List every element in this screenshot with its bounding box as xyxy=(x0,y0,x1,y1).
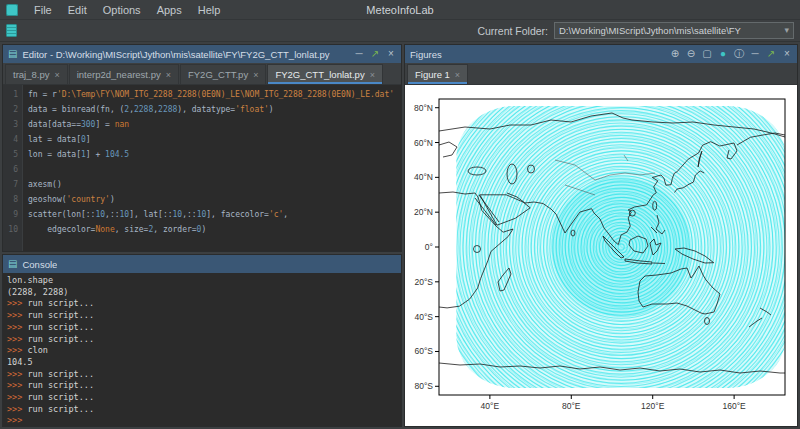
zoom-out-icon[interactable]: ⊖ xyxy=(686,49,696,59)
code-line: lat = data[0] xyxy=(28,132,401,147)
editor-tab-fy2g-ctt[interactable]: FY2G_CTT.py × xyxy=(180,64,266,84)
line-number: 3 xyxy=(3,117,18,132)
close-icon[interactable]: × xyxy=(166,70,171,80)
close-icon[interactable]: × xyxy=(782,49,792,59)
close-icon[interactable]: × xyxy=(455,70,460,80)
console-line: >>> run script... xyxy=(7,380,397,392)
tab-label: interp2d_nearest.py xyxy=(77,69,161,80)
console-panel: ▤ Console lon.shape(2288, 2288)>>> run s… xyxy=(2,254,402,427)
console-line: 104.5 xyxy=(7,357,397,369)
line-number: 5 xyxy=(3,147,18,162)
tab-label: FY2G_CTT.py xyxy=(188,69,248,80)
satellite-scatter-disk xyxy=(405,85,800,429)
y-tick-label: 0° xyxy=(425,242,433,252)
menu-file[interactable]: File xyxy=(26,4,60,16)
y-tick-label: 80°N xyxy=(414,103,433,113)
console-line: >>> run script... xyxy=(7,310,397,322)
left-column: ▤ Editor - D:\Working\MIScript\Jython\mi… xyxy=(2,44,402,427)
y-tick-label: 80°S xyxy=(414,381,433,391)
tab-label: Figure 1 xyxy=(415,69,450,80)
animation-icon[interactable]: ● xyxy=(718,49,728,59)
editor-titlebar[interactable]: ▤ Editor - D:\Working\MIScript\Jython\mi… xyxy=(3,45,401,63)
console-line: >>> run script... xyxy=(7,404,397,416)
application-window: File Edit Options Apps Help MeteoInfoLab… xyxy=(0,0,800,429)
tab-label: FY2G_CTT_lonlat.py xyxy=(275,69,364,80)
figure-1-tab[interactable]: Figure 1 × xyxy=(407,64,468,84)
code-line: edgecolor=None, size=2, zorder=0) xyxy=(28,222,401,237)
console-line: >>> clon xyxy=(7,345,397,357)
console-line: >>> run script... xyxy=(7,334,397,346)
x-tick-label: 80°E xyxy=(562,401,581,411)
menu-edit[interactable]: Edit xyxy=(60,4,95,16)
current-folder-combobox[interactable]: D:\Working\MIScript\Jython\mis\satellite… xyxy=(554,22,794,39)
figures-titlebar-buttons: ⊕ ⊖ ▢ ● ⓘ ─ ↗ × xyxy=(670,49,792,59)
full-extent-icon[interactable]: ▢ xyxy=(702,49,712,59)
line-number-gutter: 12345678910 xyxy=(3,85,23,251)
console-line: >>> run script... xyxy=(7,369,397,381)
line-number: 6 xyxy=(3,162,18,177)
float-icon[interactable]: ↗ xyxy=(766,49,776,59)
new-script-icon[interactable] xyxy=(6,24,17,37)
main-area: ▤ Editor - D:\Working\MIScript\Jython\mi… xyxy=(0,42,800,429)
figures-title: Figures xyxy=(410,49,442,60)
console-title: Console xyxy=(22,259,57,270)
console-line: >>> run script... xyxy=(7,298,397,310)
close-icon[interactable]: × xyxy=(253,70,258,80)
editor-tab-interp2d-nearest[interactable]: interp2d_nearest.py × xyxy=(69,64,179,84)
figures-tabbar: Figure 1 × xyxy=(405,63,797,85)
console-line: >>> xyxy=(7,415,397,426)
editor-tab-fy2g-ctt-lonlat[interactable]: FY2G_CTT_lonlat.py × xyxy=(267,64,383,84)
line-number: 9 xyxy=(3,207,18,222)
x-tick-label: 40°E xyxy=(481,401,500,411)
float-icon[interactable]: ↗ xyxy=(370,49,380,59)
console-line: lon.shape xyxy=(7,275,397,287)
code-text[interactable]: fn = r'D:\Temp\FY\NOM_ITG_2288_2288(0E0N… xyxy=(23,85,401,251)
minimize-icon[interactable]: ─ xyxy=(750,49,760,59)
console-panel-icon: ▤ xyxy=(8,259,17,269)
y-tick-label: 20°N xyxy=(414,207,433,217)
current-folder-label: Current Folder: xyxy=(477,25,548,37)
code-line: axesm() xyxy=(28,177,401,192)
editor-panel-icon: ▤ xyxy=(8,49,17,59)
menu-apps[interactable]: Apps xyxy=(149,4,190,16)
identify-icon[interactable]: ⓘ xyxy=(734,49,744,59)
editor-title: Editor - D:\Working\MIScript\Jython\mis\… xyxy=(22,49,329,60)
chevron-down-icon[interactable]: ▾ xyxy=(784,26,789,35)
x-tick-label: 120°E xyxy=(641,401,665,411)
x-tick-label: 160°E xyxy=(722,401,746,411)
close-icon[interactable]: × xyxy=(54,70,59,80)
map-plot: 40°E80°E120°E160°E80°N60°N40°N20°N0°20°S… xyxy=(405,85,800,429)
console-line: >>> run script... xyxy=(7,392,397,404)
console-line: >>> run script... xyxy=(7,322,397,334)
code-editor[interactable]: 12345678910 fn = r'D:\Temp\FY\NOM_ITG_22… xyxy=(3,85,401,251)
y-tick-label: 40°N xyxy=(414,172,433,182)
line-number: 8 xyxy=(3,192,18,207)
code-line: data = binread(fn, (2,2288,2288), dataty… xyxy=(28,102,401,117)
editor-tabbar: traj_8.py × interp2d_nearest.py × FY2G_C… xyxy=(3,63,401,85)
line-number: 10 xyxy=(3,222,18,237)
line-number: 1 xyxy=(3,87,18,102)
current-folder-value: D:\Working\MIScript\Jython\mis\satellite… xyxy=(559,25,780,36)
tab-label: traj_8.py xyxy=(13,69,49,80)
minimize-icon[interactable]: ─ xyxy=(354,49,364,59)
editor-tab-traj-8[interactable]: traj_8.py × xyxy=(5,64,68,84)
toolbar: Current Folder: D:\Working\MIScript\Jyth… xyxy=(0,20,800,42)
zoom-in-icon[interactable]: ⊕ xyxy=(670,49,680,59)
y-tick-label: 40°S xyxy=(414,312,433,322)
line-number: 7 xyxy=(3,177,18,192)
figure-canvas[interactable]: 40°E80°E120°E160°E80°N60°N40°N20°N0°20°S… xyxy=(405,85,797,426)
console-output[interactable]: lon.shape(2288, 2288)>>> run script...>>… xyxy=(3,273,401,426)
y-tick-label: 60°S xyxy=(414,346,433,356)
console-titlebar[interactable]: ▤ Console xyxy=(3,255,401,273)
line-number: 2 xyxy=(3,102,18,117)
code-line: fn = r'D:\Temp\FY\NOM_ITG_2288_2288(0E0N… xyxy=(28,87,401,102)
close-icon[interactable]: × xyxy=(370,70,375,80)
y-tick-label: 20°S xyxy=(414,277,433,287)
code-line: scatter(lon[::10,::10], lat[::10,::10], … xyxy=(28,207,401,222)
figures-titlebar[interactable]: Figures ⊕ ⊖ ▢ ● ⓘ ─ ↗ × xyxy=(405,45,797,63)
menu-help[interactable]: Help xyxy=(190,4,229,16)
close-icon[interactable]: × xyxy=(386,49,396,59)
editor-panel: ▤ Editor - D:\Working\MIScript\Jython\mi… xyxy=(2,44,402,252)
menu-options[interactable]: Options xyxy=(95,4,149,16)
y-tick-label: 60°N xyxy=(414,138,433,148)
